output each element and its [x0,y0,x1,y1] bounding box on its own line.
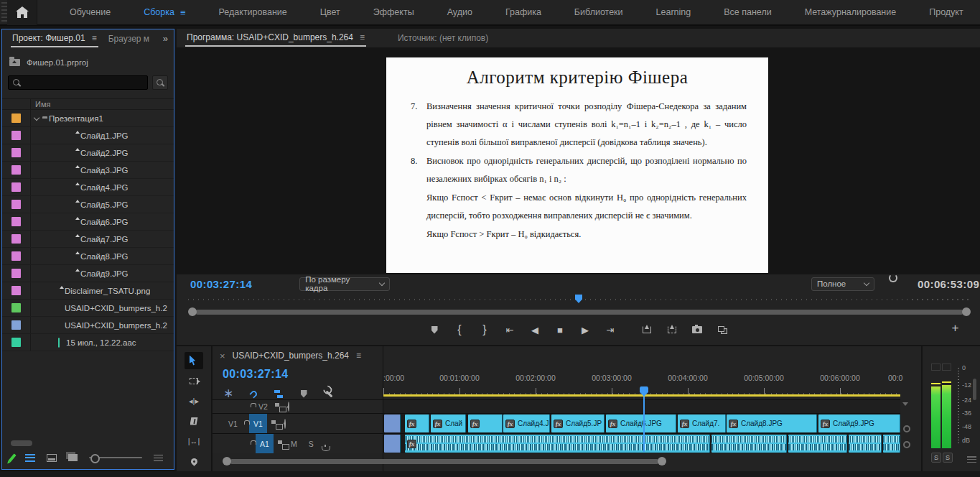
workspace-tab[interactable]: Обучение [53,0,127,24]
audio-clip[interactable] [711,435,787,453]
video-clip[interactable]: fx Слай [431,415,466,432]
close-icon[interactable]: × [220,351,225,361]
track-v2-content[interactable] [383,399,900,413]
audio-clip[interactable] [883,435,900,453]
project-item[interactable]: Слайд9.JPG [2,265,174,282]
workspace-tab[interactable]: Графика [489,0,558,24]
slip-tool[interactable]: |↔| [185,432,203,450]
go-to-out-button[interactable]: ⇥ [602,321,620,339]
workspace-tab[interactable]: Метажурналирование [788,0,913,24]
project-item[interactable]: 15 июл., 12.22.aac [2,334,174,351]
label-color-chip[interactable] [11,338,21,347]
project-item[interactable]: Слайд7.JPG [2,231,174,248]
mark-out-button[interactable]: } [476,321,494,339]
project-item[interactable]: Слайд4.JPG [2,179,174,196]
extract-button[interactable] [663,321,681,339]
project-item[interactable]: USAID+CXID_bumpers_h.2 [2,317,174,334]
breadcrumb[interactable]: Фишер.01.prproj [9,54,174,71]
program-timecode[interactable]: 00:03:27:14 [190,278,252,290]
tab-media-browser[interactable]: Браузер м [107,31,151,47]
add-marker-button[interactable] [426,321,444,339]
tab-program[interactable]: Программа: USAID+CXID_bumpers_h.264≡ [185,29,366,47]
workspace-tab-menu-icon[interactable]: ≡ [180,7,186,18]
tab-project[interactable]: Проект: Фишер.01≡ [11,30,98,47]
project-item[interactable]: Презентация1 [2,110,174,127]
step-back-button[interactable]: ◀ [526,321,544,339]
video-clip[interactable]: fx Слайд6.JPG [606,415,676,432]
thumbnail-zoom-slider[interactable] [89,457,142,458]
audio-clip[interactable] [788,435,847,453]
video-clip[interactable] [384,415,401,432]
pen-tool[interactable] [185,453,203,470]
track-label-v2[interactable]: V2 [258,402,268,411]
label-color-chip[interactable] [11,320,21,330]
workspace-tab[interactable]: Редактирование [202,0,304,24]
label-color-chip[interactable] [11,251,21,261]
export-frame-button[interactable] [689,321,706,339]
video-clip[interactable]: fx Слайд7. [678,415,726,432]
solo-toggle[interactable]: S [309,440,314,448]
track-select-forward-tool[interactable] [185,372,203,389]
label-color-chip[interactable] [11,269,21,278]
project-item[interactable]: Слайд1.JPG [2,127,174,144]
label-color-chip[interactable] [11,182,21,192]
program-zoom-scrollbar[interactable] [188,307,971,316]
track-v1-content[interactable]: fx fx Слай fx fx Слайд4.J fx Слайд5.JP f… [383,413,900,433]
workspace-tab[interactable]: Продукт [913,0,980,24]
video-clip[interactable]: fx Слайд9.JPG [818,415,900,432]
scroll-knob-left[interactable] [223,457,231,466]
track-target-v1[interactable]: V1 [249,414,267,433]
add-marker-button[interactable] [298,388,309,399]
track-height-knob[interactable] [903,425,910,432]
label-color-chip[interactable] [11,286,21,295]
sequence-tab-label[interactable]: USAID+CXID_bumpers_h.264 [233,351,349,361]
go-to-in-button[interactable]: ⇤ [501,321,519,339]
play-stop-button[interactable]: ■ [551,321,569,339]
project-item[interactable]: Disclaimer_TSATU.png [2,282,174,300]
track-output-toggle[interactable] [284,420,286,428]
workspace-tab[interactable]: Learning [640,0,708,24]
video-clip[interactable]: fx [468,415,503,432]
track-output-toggle[interactable] [288,402,289,411]
program-time-ruler[interactable] [188,296,969,303]
program-playhead[interactable] [575,295,582,303]
scroll-arrow-icon[interactable] [902,402,908,406]
scroll-knob-left[interactable] [188,307,197,316]
tab-overflow-icon[interactable]: » [163,33,168,44]
label-color-chip[interactable] [11,234,21,244]
project-item[interactable]: Слайд3.JPG [2,162,174,179]
project-item[interactable]: Слайд8.JPG [2,248,174,265]
workspace-tab[interactable]: Библиотеки [558,0,640,24]
home-button[interactable] [7,0,37,25]
selection-tool[interactable] [185,352,203,369]
audio-clip[interactable] [384,435,401,453]
label-color-chip[interactable] [11,131,21,140]
scroll-knob-right[interactable] [962,307,971,316]
audio-clip[interactable] [849,435,882,453]
video-clip[interactable]: fx Слайд4.J [503,415,550,432]
column-name-label[interactable]: Имя [35,100,50,108]
list-view-button[interactable] [25,454,35,462]
project-item[interactable]: Слайд6.JPG [2,213,174,231]
project-item[interactable]: Слайд5.JPG [2,196,174,213]
button-editor-add-button[interactable]: + [946,319,964,337]
label-color-chip[interactable] [11,303,21,312]
video-clip[interactable]: fx Слайд5.JP [551,415,605,432]
track-target-a1[interactable]: A1 [256,434,274,453]
fit-select[interactable]: По размеру кадра [299,277,390,291]
label-color-chip[interactable] [11,114,21,123]
track-height-knob[interactable] [903,441,910,448]
timeline-timecode[interactable]: 00:03:27:14 [223,368,289,381]
panel-menu-icon[interactable]: ≡ [360,32,365,42]
razor-tool[interactable] [185,412,203,430]
tab-source[interactable]: Источник: (нет клипов) [396,30,490,46]
panel-menu-icon[interactable]: ≡ [92,33,97,43]
expander-chevron-icon[interactable] [31,117,42,120]
step-forward-button[interactable]: ▶ [577,321,594,339]
freeform-view-button[interactable] [68,454,78,461]
audio-clip[interactable]: fx [405,435,710,453]
solo-button-left[interactable]: S [931,453,941,463]
timeline-settings-button[interactable] [323,388,335,399]
meter-scrollbar[interactable] [973,379,976,400]
panel-menu-icon[interactable]: ≡ [356,351,361,361]
